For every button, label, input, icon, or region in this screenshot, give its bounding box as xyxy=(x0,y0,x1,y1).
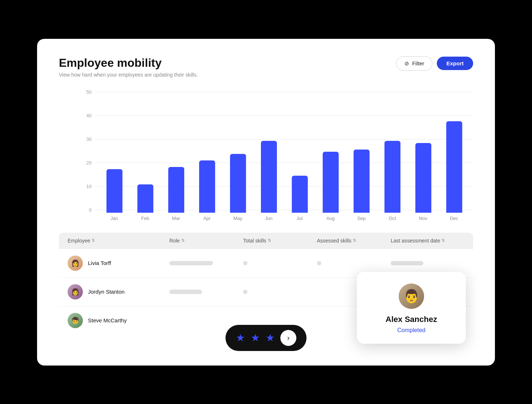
col-last-assessment[interactable]: Last assessment date ⇅ xyxy=(391,238,464,244)
assessed-skills-cell xyxy=(317,261,391,265)
bar-nov xyxy=(415,143,431,213)
sort-icon-assessed: ⇅ xyxy=(353,238,356,243)
star-2: ★ xyxy=(251,332,260,344)
col-role[interactable]: Role ⇅ xyxy=(169,238,243,244)
bar-group xyxy=(408,143,439,213)
page-subtitle: View how hard when your employees are up… xyxy=(59,72,198,78)
bar-group xyxy=(346,150,377,213)
employee-name: Steve McCarthy xyxy=(88,317,127,323)
y-label-0: 0 xyxy=(77,207,92,213)
popup-status: Completed xyxy=(397,327,425,334)
x-label-dec: Dec xyxy=(439,216,469,221)
header: Employee mobility View how hard when you… xyxy=(59,56,473,78)
x-label-feb: Feb xyxy=(130,216,161,221)
x-label-sep: Sep xyxy=(346,216,377,221)
bar-group xyxy=(377,141,408,213)
employee-cell: 👦 Steve McCarthy xyxy=(68,313,169,328)
bar-mar xyxy=(168,167,184,213)
x-label-jan: Jan xyxy=(99,216,130,221)
employee-cell: 👩 Jordyn Stanton xyxy=(68,284,169,299)
sort-icon-total-skills: ⇅ xyxy=(268,238,271,243)
total-skills-cell xyxy=(243,261,317,265)
bar-apr xyxy=(199,160,215,213)
page-title: Employee mobility xyxy=(59,56,198,70)
bars-container xyxy=(95,89,473,213)
header-left: Employee mobility View how hard when you… xyxy=(59,56,198,78)
y-label-40: 40 xyxy=(77,113,92,118)
x-label-apr: Apr xyxy=(192,216,222,221)
bar-group xyxy=(99,169,130,213)
bar-group xyxy=(192,160,222,213)
rating-strip: ★ ★ ★ › xyxy=(226,325,307,351)
star-3: ★ xyxy=(266,332,275,344)
employee-name: Jordyn Stanton xyxy=(88,289,125,295)
bar-group xyxy=(315,152,346,213)
bar-aug xyxy=(323,152,339,213)
popup-name: Alex Sanchez xyxy=(386,315,437,324)
chart-grid: 50 40 30 20 10 0 xyxy=(77,89,473,213)
x-label-jun: Jun xyxy=(253,216,284,221)
bar-jan xyxy=(106,169,122,213)
table-header: Employee ⇅ Role ⇅ Total skills ⇅ Assesse… xyxy=(59,233,473,249)
bar-group xyxy=(439,121,469,213)
filter-button[interactable]: ⊘ Filter xyxy=(396,56,432,71)
y-label-10: 10 xyxy=(77,184,92,189)
bar-may xyxy=(230,154,246,213)
avatar-initials: 👦 xyxy=(68,313,83,328)
last-assessment-cell xyxy=(391,261,464,265)
popup-avatar: 👨 xyxy=(399,283,424,309)
sort-icon-role: ⇅ xyxy=(181,238,185,243)
bar-dec xyxy=(446,121,462,213)
avatar: 👦 xyxy=(68,313,83,328)
header-actions: ⊘ Filter Export xyxy=(396,56,473,71)
y-label-50: 50 xyxy=(77,89,92,95)
rating-confirm-button[interactable]: › xyxy=(281,330,297,346)
popup-avatar-icon: 👨 xyxy=(403,289,420,304)
bar-group xyxy=(130,184,161,213)
assessed-placeholder xyxy=(317,261,321,265)
bar-group xyxy=(161,167,192,213)
role-cell xyxy=(169,261,243,265)
total-skills-placeholder xyxy=(243,290,247,294)
bar-oct xyxy=(384,141,400,213)
avatar-initials: 👩 xyxy=(68,284,83,299)
sort-icon-last-assessment: ⇅ xyxy=(442,238,445,243)
avatar-initials: 👩 xyxy=(68,256,83,271)
total-skills-cell xyxy=(243,290,317,294)
bar-feb xyxy=(137,184,153,213)
x-label-oct: Oct xyxy=(377,216,408,221)
chart-area: 50 40 30 20 10 0 JanFebMarAprMayJunJulAu… xyxy=(59,89,473,221)
role-placeholder xyxy=(169,261,213,265)
employee-name: Livia Torff xyxy=(88,260,111,266)
bar-group xyxy=(284,176,315,213)
col-employee[interactable]: Employee ⇅ xyxy=(68,238,169,244)
col-total-skills[interactable]: Total skills ⇅ xyxy=(243,238,317,244)
bar-group xyxy=(222,154,253,213)
y-label-30: 30 xyxy=(77,136,92,142)
x-axis: JanFebMarAprMayJunJulAugSepOctNovDec xyxy=(95,216,473,221)
role-cell xyxy=(169,290,243,294)
avatar: 👩 xyxy=(68,284,83,299)
role-placeholder xyxy=(169,290,202,294)
y-label-20: 20 xyxy=(77,160,92,166)
main-container: Employee mobility View how hard when you… xyxy=(37,39,495,366)
avatar: 👩 xyxy=(68,256,83,271)
x-label-may: May xyxy=(222,216,253,221)
x-label-nov: Nov xyxy=(408,216,439,221)
sort-icon-employee: ⇅ xyxy=(92,238,95,243)
filter-icon: ⊘ xyxy=(404,60,409,67)
bar-jul xyxy=(292,176,308,213)
total-skills-placeholder xyxy=(243,261,247,265)
col-assessed-skills[interactable]: Assessed skills ⇅ xyxy=(317,238,391,244)
x-label-jul: Jul xyxy=(284,216,315,221)
bar-sep xyxy=(354,150,370,213)
date-placeholder xyxy=(391,261,423,265)
popup-card: 👨 Alex Sanchez Completed xyxy=(357,272,466,344)
bar-jun xyxy=(261,141,277,213)
bar-group xyxy=(253,141,284,213)
x-label-mar: Mar xyxy=(161,216,192,221)
export-button[interactable]: Export xyxy=(437,57,473,70)
x-label-aug: Aug xyxy=(315,216,346,221)
employee-cell: 👩 Livia Torff xyxy=(68,256,169,271)
star-1: ★ xyxy=(236,332,245,344)
